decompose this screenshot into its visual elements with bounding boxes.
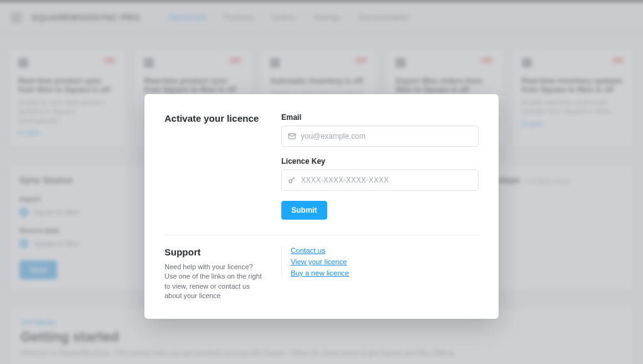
licence-key-input-wrap: [281, 169, 478, 191]
contact-us-link[interactable]: Contact us: [291, 247, 478, 254]
view-licence-link[interactable]: View your licence: [291, 258, 478, 265]
buy-licence-link[interactable]: Buy a new licence: [291, 269, 478, 277]
submit-button[interactable]: Submit: [281, 201, 327, 220]
licence-key-label: Licence Key: [281, 157, 478, 166]
licence-modal: Activate your licence Email Licence Key: [144, 94, 499, 319]
email-input[interactable]: [281, 126, 478, 147]
email-label: Email: [281, 113, 478, 122]
support-links: Contact us View your licence Buy a new l…: [281, 247, 478, 277]
modal-overlay: Activate your licence Email Licence Key: [0, 0, 643, 364]
key-icon: [288, 176, 296, 185]
licence-key-input[interactable]: [281, 169, 478, 191]
support-title: Support: [165, 247, 265, 257]
email-input-wrap: [281, 126, 478, 147]
modal-divider: [165, 235, 478, 235]
mail-icon: [288, 132, 296, 141]
support-text: Need help with your licence? Use one of …: [165, 262, 265, 301]
modal-title: Activate your licence: [165, 113, 265, 124]
